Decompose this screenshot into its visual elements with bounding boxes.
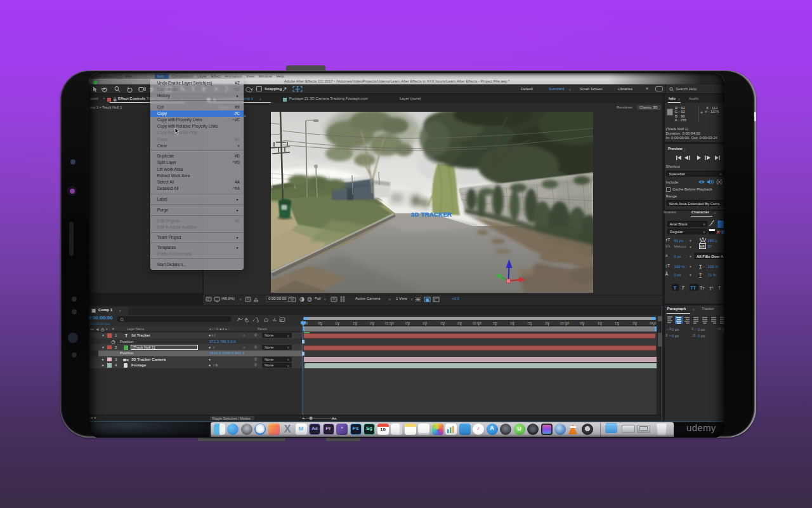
svg-text:3D TRACKER: 3D TRACKER — [411, 211, 452, 218]
